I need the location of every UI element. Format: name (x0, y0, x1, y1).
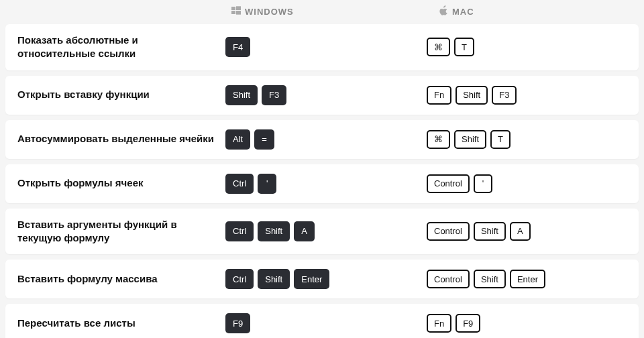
key-light: A (510, 222, 531, 241)
key-dark: Shift (258, 221, 290, 241)
windows-keys: ShiftF3 (225, 85, 427, 105)
svg-rect-1 (236, 6, 241, 10)
shortcut-row: Автосуммировать выделенные ячейкиAlt=⌘Sh… (5, 120, 639, 159)
key-light: F9 (455, 314, 480, 333)
shortcut-description: Автосуммировать выделенные ячейки (17, 132, 225, 146)
windows-keys: CtrlShiftA (225, 221, 427, 241)
key-light: Fn (427, 86, 451, 105)
key-light: T (490, 130, 511, 149)
key-dark: ' (258, 174, 276, 194)
key-dark: F3 (262, 85, 286, 105)
key-light: ⌘ (427, 38, 450, 56)
shortcut-row: Показать абсолютные и относительные ссыл… (5, 24, 639, 70)
shortcut-description: Показать абсолютные и относительные ссыл… (17, 34, 225, 61)
apple-icon (439, 5, 448, 17)
windows-keys: Alt= (225, 129, 427, 150)
key-light: Control (427, 270, 470, 288)
key-dark: Ctrl (225, 269, 254, 289)
windows-keys: F4 (225, 37, 427, 57)
key-light: Fn (427, 314, 451, 333)
key-dark: F9 (225, 313, 250, 333)
shortcut-description: Вставить формулу массива (17, 272, 225, 286)
shortcut-row: Открыть формулы ячеекCtrl'Control' (5, 164, 639, 203)
key-light: Control (427, 222, 470, 241)
svg-rect-2 (231, 11, 235, 14)
windows-header: WINDOWS (231, 6, 439, 17)
shortcut-row: Открыть вставку функцииShiftF3FnShiftF3 (5, 76, 639, 115)
shortcut-row: Вставить аргументы функций в текущую фор… (5, 209, 639, 255)
mac-header: MAC (439, 5, 644, 17)
key-light: T (454, 38, 474, 56)
key-light: Control (427, 174, 470, 193)
windows-keys: Ctrl' (225, 174, 427, 194)
key-light: Shift (454, 130, 486, 149)
key-dark: F4 (225, 37, 250, 57)
key-dark: Ctrl (225, 221, 254, 241)
mac-keys: ⌘T (427, 38, 627, 56)
key-light: ⌘ (427, 130, 450, 149)
key-dark: Enter (294, 269, 329, 289)
windows-header-label: WINDOWS (245, 7, 294, 17)
mac-keys: FnF9 (427, 314, 627, 333)
key-light: Shift (474, 270, 506, 288)
key-dark: Shift (225, 85, 258, 105)
shortcut-description: Вставить аргументы функций в текущую фор… (17, 218, 225, 245)
key-dark: Alt (225, 129, 250, 150)
key-dark: A (294, 221, 315, 241)
key-dark: Shift (258, 269, 290, 289)
shortcut-description: Открыть вставку функции (17, 88, 225, 101)
svg-rect-3 (236, 11, 241, 15)
shortcut-description: Открыть формулы ячеек (17, 176, 225, 190)
key-light: Enter (510, 270, 545, 288)
svg-rect-0 (231, 7, 235, 10)
shortcut-row: Пересчитать все листыF9FnF9 (5, 304, 639, 338)
os-header-row: WINDOWS MAC (0, 0, 644, 24)
mac-keys: ControlShiftEnter (427, 270, 627, 288)
key-light: ' (474, 174, 492, 193)
windows-icon (231, 6, 241, 17)
key-light: Shift (455, 86, 488, 105)
shortcut-description: Пересчитать все листы (17, 317, 225, 330)
mac-keys: ControlShiftA (427, 222, 627, 241)
shortcut-row: Вставить формулу массиваCtrlShiftEnterCo… (5, 260, 639, 298)
key-light: Shift (474, 222, 506, 241)
mac-keys: FnShiftF3 (427, 86, 627, 105)
mac-keys: ⌘ShiftT (427, 130, 627, 149)
key-dark: = (254, 129, 274, 150)
key-light: F3 (492, 86, 517, 105)
windows-keys: F9 (225, 313, 427, 333)
key-dark: Ctrl (225, 174, 254, 194)
mac-keys: Control' (427, 174, 627, 193)
windows-keys: CtrlShiftEnter (225, 269, 427, 289)
mac-header-label: MAC (452, 7, 474, 17)
